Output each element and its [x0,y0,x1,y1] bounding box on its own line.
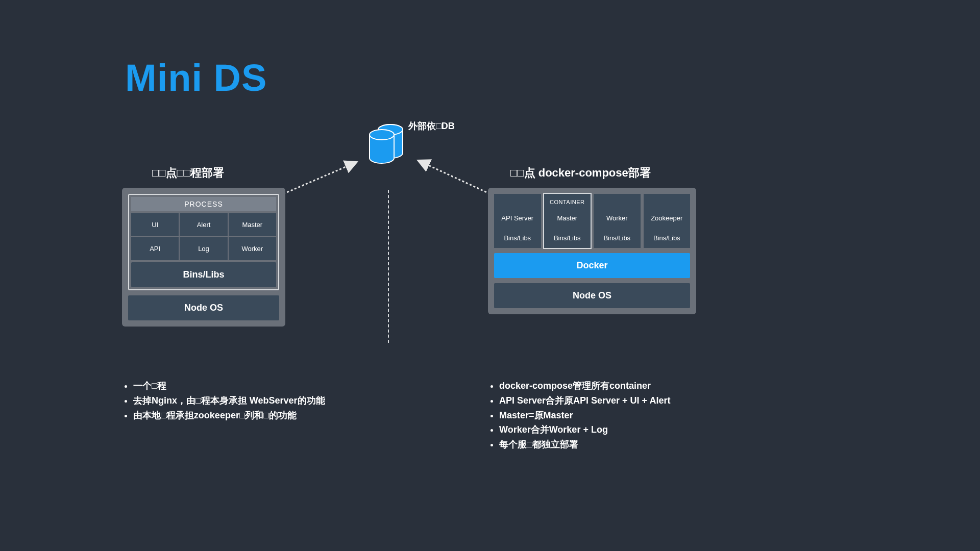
bullet-item: Master=原Master [499,408,670,423]
process-cell: Alert [180,213,227,236]
left-architecture-card: PROCESS UI Alert Master API Log Worker B… [122,188,285,327]
right-architecture-card: API Server Bins/Libs CONTAINER Master Bi… [488,188,696,314]
container-name: Zookeeper [644,208,691,228]
database-label: 外部依□DB [408,120,455,132]
process-frame: PROCESS UI Alert Master API Log Worker B… [128,194,279,290]
node-os-bar: Node OS [494,283,690,308]
container-col: API Server Bins/Libs [494,194,541,248]
bullet-item: Worker合并Worker + Log [499,422,670,437]
container-name: Master [544,208,591,228]
container-label: CONTAINER [544,199,591,206]
container-col: Worker Bins/Libs [594,194,641,248]
bins-libs-bar: Bins/Libs [131,262,276,287]
container-col-highlight: CONTAINER Master Bins/Libs [544,194,591,248]
process-cell: UI [131,213,179,236]
container-col: Zookeeper Bins/Libs [644,194,691,248]
container-label-spacer [594,199,641,206]
database-icon [362,121,411,172]
process-header: PROCESS [131,197,276,211]
container-row: API Server Bins/Libs CONTAINER Master Bi… [494,194,690,248]
container-label-spacer [494,199,541,206]
bullet-item: docker-compose管理所有container [499,379,670,393]
container-bins: Bins/Libs [544,228,591,244]
bullet-item: 由本地□程承担zookeeper□列和□的功能 [133,408,325,423]
vertical-divider [388,190,389,343]
process-grid: UI Alert Master API Log Worker [131,213,276,260]
left-bullets: 一个□程 去掉Nginx，由□程本身承担 WebServer的功能 由本地□程承… [122,379,325,422]
process-cell: API [131,237,179,260]
process-cell: Worker [229,237,276,260]
bullet-item: 每个服□都独立部署 [499,437,670,452]
slide-title: Mini DS [125,56,267,99]
container-bins: Bins/Libs [494,228,541,244]
left-heading: □□点□□程部署 [152,165,224,181]
docker-bar: Docker [494,253,690,278]
container-label-spacer [644,199,691,206]
svg-line-4 [419,161,490,194]
node-os-bar: Node OS [128,295,279,320]
svg-point-2 [370,130,394,140]
bullet-item: API Server合并原API Server + UI + Alert [499,393,670,408]
process-cell: Log [180,237,227,260]
process-cell: Master [229,213,276,236]
right-heading: □□点 docker-compose部署 [510,165,651,181]
container-bins: Bins/Libs [594,228,641,244]
bullet-item: 去掉Nginx，由□程本身承担 WebServer的功能 [133,393,325,408]
container-bins: Bins/Libs [644,228,691,244]
right-bullets: docker-compose管理所有container API Server合并… [488,379,670,452]
svg-line-3 [283,162,356,194]
container-name: API Server [494,208,541,228]
bullet-item: 一个□程 [133,379,325,393]
container-name: Worker [594,208,641,228]
